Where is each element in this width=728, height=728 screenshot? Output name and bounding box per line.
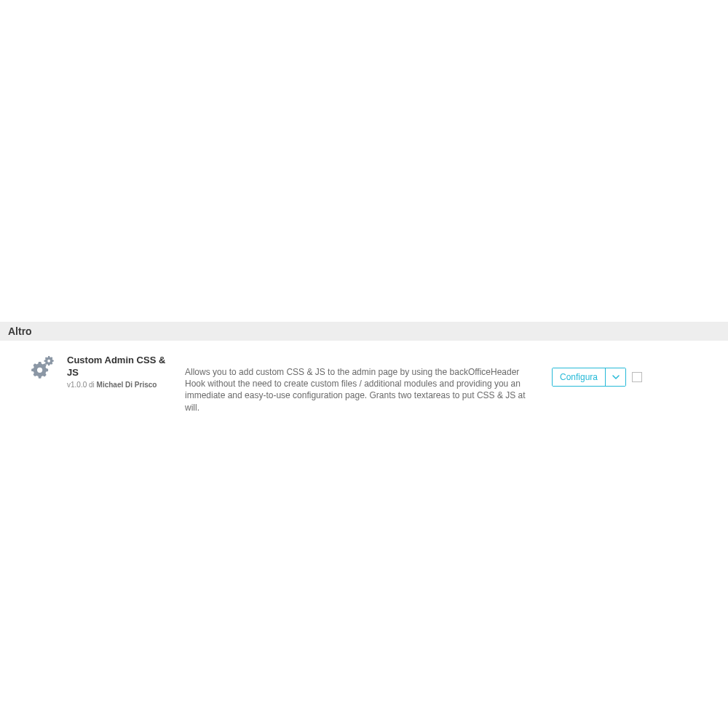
module-author: Michael Di Prisco <box>97 381 157 389</box>
chevron-down-icon <box>612 375 620 379</box>
configure-button[interactable]: Configura <box>553 368 605 386</box>
module-version: v1.0.0 di <box>67 381 97 389</box>
module-icon-col <box>16 355 67 379</box>
gears-icon <box>29 356 54 379</box>
module-title-col: Custom Admin CSS & JS v1.0.0 di Michael … <box>67 355 176 389</box>
svg-point-0 <box>37 368 42 373</box>
svg-point-1 <box>47 360 50 363</box>
select-module-checkbox[interactable] <box>632 372 642 382</box>
module-actions: Configura <box>540 355 642 387</box>
configure-dropdown-button[interactable] <box>605 368 625 386</box>
module-description: Allows you to add custom CSS & JS to the… <box>176 355 540 414</box>
page: Altro Custom Admin CSS & JS v1.0.0 di Mi… <box>0 0 728 728</box>
module-version-line: v1.0.0 di Michael Di Prisco <box>67 381 176 389</box>
section-header: Altro <box>0 322 728 341</box>
module-title: Custom Admin CSS & JS <box>67 355 176 379</box>
module-row: Custom Admin CSS & JS v1.0.0 di Michael … <box>4 349 724 405</box>
configure-button-group: Configura <box>552 368 626 387</box>
